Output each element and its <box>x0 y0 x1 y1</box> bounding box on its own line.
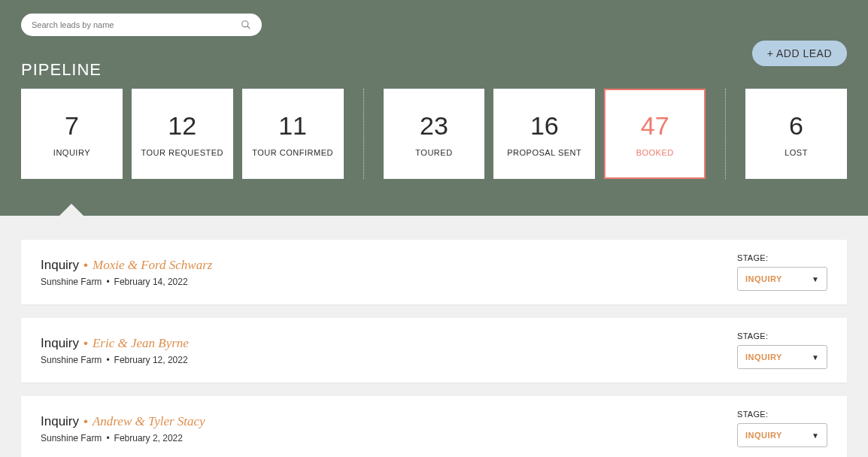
stage-count: 7 <box>65 111 79 141</box>
lead-names: Eric & Jean Byrne <box>93 336 189 350</box>
lead-info: Inquiry•Moxie & Ford SchwarzSunshine Far… <box>41 258 212 287</box>
chevron-down-icon: ▼ <box>812 275 819 283</box>
search-bar[interactable] <box>21 14 262 36</box>
lead-info: Inquiry•Eric & Jean ByrneSunshine Farm•F… <box>41 336 189 365</box>
lead-date: February 14, 2022 <box>114 277 188 287</box>
separator-dot: • <box>83 414 88 428</box>
stage-card-toured[interactable]: 23TOURED <box>384 89 485 179</box>
stage-select[interactable]: INQUIRY▼ <box>737 423 827 447</box>
lead-date: February 2, 2022 <box>114 433 183 443</box>
add-lead-button[interactable]: + ADD LEAD <box>752 41 847 66</box>
pipeline-header: PIPELINE + ADD LEAD 7INQUIRY12TOUR REQUE… <box>0 0 868 216</box>
stage-card-proposal-sent[interactable]: 16PROPOSAL SENT <box>493 89 595 179</box>
lead-venue: Sunshine Farm <box>41 355 102 365</box>
leads-list: Inquiry•Moxie & Ford SchwarzSunshine Far… <box>0 216 868 457</box>
stage-label: TOUR CONFIRMED <box>252 148 333 157</box>
stage-select[interactable]: INQUIRY▼ <box>737 267 827 291</box>
lead-date: February 12, 2022 <box>114 355 188 365</box>
search-icon <box>241 20 251 30</box>
stage-select-label: STAGE: <box>737 331 827 340</box>
svg-point-0 <box>242 21 248 27</box>
pipeline-stages: 7INQUIRY12TOUR REQUESTED11TOUR CONFIRMED… <box>21 89 847 179</box>
lead-stage-control: STAGE:INQUIRY▼ <box>737 410 827 447</box>
stage-card-tour-confirmed[interactable]: 11TOUR CONFIRMED <box>242 89 344 179</box>
chevron-down-icon: ▼ <box>812 431 819 440</box>
svg-line-1 <box>247 26 250 29</box>
stage-count: 6 <box>789 111 803 141</box>
stage-label: LOST <box>785 148 808 157</box>
separator-dot: • <box>106 433 109 443</box>
stage-label: BOOKED <box>636 148 674 157</box>
separator-dot: • <box>106 355 109 365</box>
lead-venue: Sunshine Farm <box>41 433 102 443</box>
stage-select-label: STAGE: <box>737 410 827 419</box>
lead-stage: Inquiry <box>41 258 79 272</box>
separator-dot: • <box>83 336 88 350</box>
lead-names: Andrew & Tyler Stacy <box>93 414 205 428</box>
lead-stage-control: STAGE:INQUIRY▼ <box>737 331 827 369</box>
stage-card-inquiry[interactable]: 7INQUIRY <box>21 89 123 179</box>
stage-select-value: INQUIRY <box>745 431 782 440</box>
stage-card-tour-requested[interactable]: 12TOUR REQUESTED <box>132 89 233 179</box>
stage-count: 16 <box>530 111 559 141</box>
stage-select-label: STAGE: <box>737 253 827 262</box>
lead-info: Inquiry•Andrew & Tyler StacySunshine Far… <box>41 414 205 443</box>
lead-card[interactable]: Inquiry•Moxie & Ford SchwarzSunshine Far… <box>21 240 847 304</box>
lead-names: Moxie & Ford Schwarz <box>93 258 212 272</box>
stage-card-lost[interactable]: 6LOST <box>745 89 847 179</box>
lead-card[interactable]: Inquiry•Eric & Jean ByrneSunshine Farm•F… <box>21 318 847 383</box>
stage-count: 23 <box>420 111 448 141</box>
stage-label: PROPOSAL SENT <box>507 148 581 157</box>
stage-divider <box>725 89 726 179</box>
stage-select-value: INQUIRY <box>745 274 782 283</box>
stage-label: INQUIRY <box>53 148 90 157</box>
lead-stage: Inquiry <box>41 336 79 350</box>
separator-dot: • <box>83 258 88 272</box>
stage-card-booked[interactable]: 47BOOKED <box>604 89 706 179</box>
stage-divider <box>363 89 364 179</box>
lead-stage: Inquiry <box>41 414 79 428</box>
stage-count: 47 <box>641 111 669 141</box>
lead-card[interactable]: Inquiry•Andrew & Tyler StacySunshine Far… <box>21 396 847 457</box>
separator-dot: • <box>106 277 109 287</box>
stage-label: TOUR REQUESTED <box>141 148 223 157</box>
chevron-down-icon: ▼ <box>812 353 819 362</box>
page-title: PIPELINE <box>21 60 847 80</box>
stage-label: TOURED <box>415 148 452 157</box>
stage-count: 12 <box>168 111 196 141</box>
search-input[interactable] <box>32 20 241 29</box>
lead-stage-control: STAGE:INQUIRY▼ <box>737 253 827 291</box>
stage-select[interactable]: INQUIRY▼ <box>737 345 827 369</box>
stage-select-value: INQUIRY <box>745 353 782 362</box>
stage-count: 11 <box>278 111 307 141</box>
lead-venue: Sunshine Farm <box>41 277 102 287</box>
